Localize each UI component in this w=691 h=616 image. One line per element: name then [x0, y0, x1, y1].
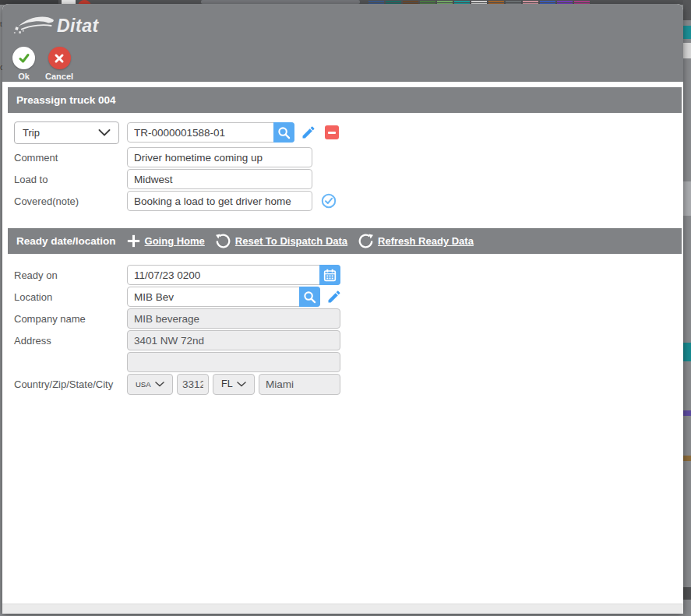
background-block	[683, 181, 691, 216]
covered-note-input[interactable]	[127, 191, 312, 211]
load-to-input[interactable]	[127, 169, 312, 189]
search-icon	[303, 290, 316, 304]
minus-icon	[328, 132, 336, 134]
going-home-link[interactable]: Going Home	[127, 234, 205, 248]
refresh-icon	[358, 234, 373, 248]
company-name-row: Company name	[14, 308, 683, 329]
going-home-label: Going Home	[145, 235, 205, 247]
search-icon	[277, 126, 291, 139]
trip-edit-button[interactable]	[301, 125, 316, 140]
circle-check-icon	[321, 193, 337, 209]
pencil-icon	[301, 125, 316, 140]
ok-check-icon	[12, 47, 35, 69]
reset-to-dispatch-label: Reset To Dispatch Data	[235, 235, 347, 247]
logo-wordmark: Ditat	[57, 16, 99, 37]
preassign-section-header: Preassign truck 004	[8, 87, 682, 113]
refresh-ready-link[interactable]: Refresh Ready Data	[358, 234, 474, 248]
cancel-x-icon	[48, 47, 71, 69]
reference-type-select[interactable]: Trip	[14, 121, 119, 144]
chevron-down-icon	[98, 129, 111, 136]
calendar-icon	[323, 269, 337, 282]
ready-on-input[interactable]	[127, 265, 340, 285]
load-to-row: Load to	[14, 168, 683, 190]
state-value: FL	[221, 378, 233, 389]
ready-section-header: Ready date/location Going Home Reset To …	[8, 228, 682, 254]
czsc-label: Country/Zip/State/City	[14, 378, 127, 390]
ready-section-title: Ready date/location	[16, 235, 116, 247]
address-row: Address	[14, 329, 683, 351]
comment-input[interactable]	[127, 147, 312, 167]
refresh-ready-label: Refresh Ready Data	[378, 235, 474, 247]
background-block	[683, 0, 691, 20]
ditat-logo: Ditat	[2, 4, 683, 39]
city-input	[259, 374, 340, 395]
trip-number-input[interactable]	[127, 122, 294, 143]
covered-note-row: Covered(note)	[14, 190, 683, 212]
reference-type-value: Trip	[23, 127, 40, 139]
background-block	[683, 410, 691, 416]
background-block	[683, 26, 691, 39]
dialog-actions: Ok Cancel	[12, 47, 683, 81]
reference-row: Trip	[14, 121, 683, 144]
company-name-label: Company name	[14, 313, 127, 325]
country-zip-state-city-row: Country/Zip/State/City USA FL	[14, 373, 683, 395]
ready-on-label: Ready on	[14, 269, 127, 281]
ok-button[interactable]: Ok	[12, 47, 35, 81]
zip-input	[177, 374, 209, 395]
address-line2-row	[14, 351, 683, 373]
location-edit-button[interactable]	[326, 289, 342, 304]
ok-button-label: Ok	[18, 72, 30, 81]
comment-label: Comment	[14, 152, 127, 164]
ready-on-group	[127, 265, 340, 285]
location-search-group	[127, 287, 320, 307]
trip-search-group	[127, 122, 294, 143]
reset-to-dispatch-link[interactable]: Reset To Dispatch Data	[216, 234, 347, 248]
covered-toggle[interactable]	[321, 193, 337, 209]
ready-form: Ready on	[2, 264, 683, 395]
location-row: Location	[14, 286, 683, 308]
trip-search-button[interactable]	[273, 122, 294, 143]
ditat-swoosh-icon	[13, 12, 55, 39]
address-line2-input	[127, 352, 340, 372]
remove-trip-button[interactable]	[325, 125, 339, 139]
ready-on-calendar-button[interactable]	[319, 265, 340, 285]
location-label: Location	[14, 291, 127, 303]
preassign-section-title: Preassign truck 004	[16, 94, 116, 106]
dialog-content: Preassign truck 004 Trip	[2, 82, 683, 604]
preassign-form: Trip Comment	[2, 121, 683, 212]
background-app-right-strip	[683, 0, 691, 616]
company-name-input	[127, 308, 340, 329]
dialog-header: Ditat Ok Cancel	[2, 4, 683, 82]
load-to-label: Load to	[14, 174, 127, 185]
background-block	[683, 456, 691, 461]
preassign-dialog: Ditat Ok Cancel Preassign truck 004	[2, 4, 683, 614]
chevron-down-icon	[155, 382, 164, 387]
ready-on-row: Ready on	[14, 264, 683, 286]
czsc-controls: USA FL	[127, 374, 340, 395]
covered-note-label: Covered(note)	[14, 195, 127, 207]
country-value: USA	[136, 380, 151, 389]
dialog-footer	[2, 604, 683, 614]
background-block	[683, 43, 691, 58]
country-select[interactable]: USA	[127, 374, 173, 395]
state-select[interactable]: FL	[213, 374, 255, 395]
address-label: Address	[14, 335, 127, 347]
cancel-button-label: Cancel	[45, 72, 73, 81]
comment-row: Comment	[14, 146, 683, 168]
location-search-button[interactable]	[299, 287, 320, 307]
undo-icon	[216, 234, 231, 248]
chevron-down-icon	[237, 382, 246, 387]
pencil-icon	[326, 289, 342, 304]
cancel-button[interactable]: Cancel	[45, 47, 73, 81]
background-block	[683, 587, 691, 600]
address-line1-input	[127, 330, 340, 350]
plus-icon	[127, 234, 140, 248]
location-input[interactable]	[127, 287, 320, 307]
background-block	[683, 343, 691, 361]
